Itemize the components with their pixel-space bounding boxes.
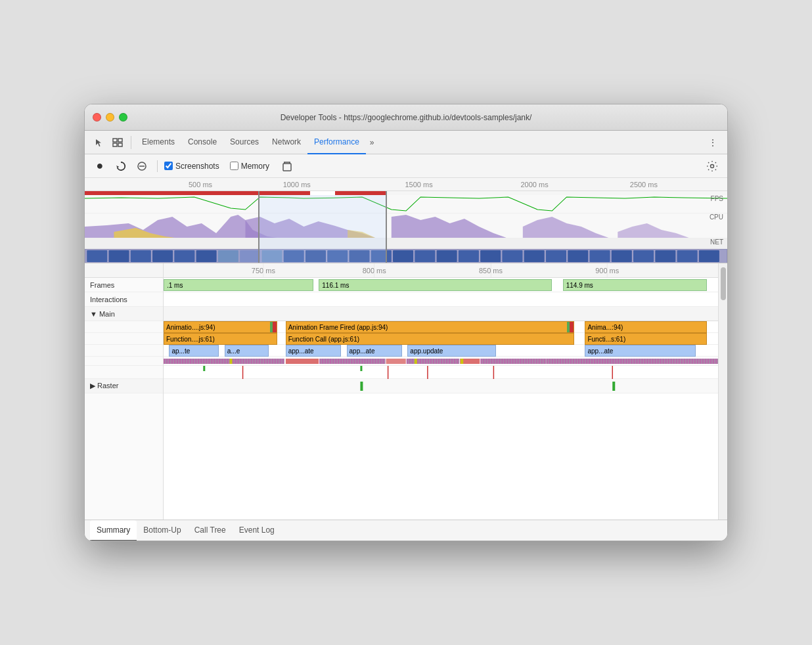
svg-rect-25 (218, 250, 238, 262)
inspect-icon[interactable] (108, 133, 127, 152)
svg-marker-15 (392, 215, 508, 238)
tab-bottom-up[interactable]: Bottom-Up (137, 520, 187, 541)
svg-rect-2 (113, 143, 117, 146)
screenshots-checkbox[interactable] (164, 162, 173, 170)
overview-ruler: 500 ms 1000 ms 1500 ms 2000 ms 2500 ms (85, 178, 727, 191)
scrollbar[interactable] (718, 263, 727, 520)
record-button[interactable]: ● (91, 158, 108, 175)
tab-call-tree[interactable]: Call Tree (188, 520, 233, 541)
svg-rect-41 (568, 250, 588, 262)
devtools-window: Developer Tools - https://googlechrome.g… (84, 104, 728, 541)
svg-rect-47 (699, 250, 719, 262)
svg-rect-54 (319, 359, 385, 364)
detail-ruler: 750 ms 800 ms 850 ms 900 ms (164, 263, 718, 278)
svg-rect-58 (480, 359, 546, 364)
frames-label: Frames (85, 278, 163, 292)
flame-block-update-2[interactable]: a...e (225, 345, 269, 357)
screenshots-label[interactable]: Screenshots (175, 162, 219, 171)
bottom-tabs: Summary Bottom-Up Call Tree Event Log (85, 520, 727, 541)
flame-block-func-2[interactable]: Function Call (app.js:61) (286, 333, 574, 345)
tab-divider-1 (131, 136, 131, 149)
interactions-row (164, 292, 718, 307)
svg-rect-45 (655, 250, 675, 262)
tab-console[interactable]: Console (181, 131, 223, 154)
svg-rect-23 (174, 250, 194, 262)
svg-marker-16 (523, 217, 610, 238)
memory-checkbox[interactable] (230, 162, 238, 170)
timeline-overview[interactable]: 500 ms 1000 ms 1500 ms 2000 ms 2500 ms F… (85, 178, 727, 263)
svg-rect-43 (612, 250, 632, 262)
memory-label[interactable]: Memory (241, 162, 269, 171)
svg-rect-59 (547, 359, 718, 364)
flame-block-anim-1[interactable]: Animatio....js:94) (164, 321, 277, 333)
svg-rect-73 (612, 382, 615, 391)
clear-button[interactable] (133, 158, 150, 175)
svg-rect-26 (240, 250, 260, 262)
svg-rect-40 (546, 250, 566, 262)
close-button[interactable] (93, 113, 101, 122)
svg-rect-21 (131, 250, 151, 262)
pointer-icon[interactable] (90, 133, 108, 152)
flame-block-update-6[interactable]: app...ate (585, 345, 696, 357)
window-title: Developer Tools - https://googlechrome.g… (281, 113, 532, 122)
svg-rect-44 (633, 250, 654, 262)
trash-button[interactable] (279, 158, 296, 175)
raster-label[interactable]: ▶ Raster (85, 379, 163, 393)
scroll-thumb[interactable] (721, 267, 726, 300)
svg-rect-0 (113, 139, 117, 142)
flame-block-update-1[interactable]: ap...te (169, 345, 219, 357)
reload-record-button[interactable] (112, 158, 129, 175)
svg-rect-1 (118, 139, 122, 142)
ruler-mark-2000: 2000 ms (520, 181, 548, 189)
svg-rect-71 (360, 366, 362, 371)
flame-block-func-3[interactable]: Functi...s:61) (585, 333, 707, 345)
tab-summary[interactable]: Summary (90, 520, 137, 541)
svg-rect-35 (437, 250, 457, 262)
flame-block-func-1[interactable]: Function....js:61) (164, 333, 277, 345)
cpu-label: CPU (710, 213, 723, 221)
tab-performance[interactable]: Performance (307, 131, 366, 154)
ruler-mark-500: 500 ms (189, 181, 212, 189)
flame-row-animation: Animatio....js:94) Animation Frame Fired… (164, 321, 718, 333)
svg-rect-42 (589, 250, 610, 262)
svg-rect-61 (415, 359, 417, 364)
tab-sources[interactable]: Sources (223, 131, 265, 154)
maximize-button[interactable] (119, 113, 127, 122)
svg-rect-34 (415, 250, 435, 262)
flame-row-label-2 (85, 333, 163, 345)
svg-rect-60 (229, 359, 232, 364)
frame-block-3: 114.9 ms (563, 279, 707, 291)
svg-rect-39 (524, 250, 545, 262)
frame-block-2: 116.1 ms (319, 279, 551, 291)
title-bar: Developer Tools - https://googlechrome.g… (85, 104, 727, 131)
frame-block-1: .1 ms (164, 279, 313, 291)
flame-block-anim-2[interactable]: Animation Frame Fired (app.js:94) (286, 321, 574, 333)
tab-event-log[interactable]: Event Log (233, 520, 281, 541)
svg-rect-29 (305, 250, 326, 262)
screenshots-checkbox-group: Screenshots (164, 162, 219, 171)
main-section-header (164, 307, 718, 321)
flame-block-update-4[interactable]: app...ate (347, 345, 402, 357)
flame-block-update-5[interactable]: app.update (407, 345, 496, 357)
main-label[interactable]: ▼ Main (85, 307, 163, 321)
tab-more-button[interactable]: » (366, 138, 378, 147)
tab-elements[interactable]: Elements (135, 131, 181, 154)
tab-network[interactable]: Network (265, 131, 307, 154)
settings-button[interactable] (704, 158, 721, 175)
flame-row-function: Function....js:61) Function Call (app.js… (164, 333, 718, 345)
svg-rect-37 (480, 250, 501, 262)
memory-checkbox-group: Memory (230, 162, 269, 171)
svg-rect-20 (108, 250, 129, 262)
detail-ruler-900: 900 ms (595, 267, 619, 275)
devtools-menu-icon[interactable]: ⋮ (704, 133, 722, 152)
flame-chart-tracks: 750 ms 800 ms 850 ms 900 ms .1 ms (164, 263, 718, 520)
svg-rect-53 (286, 359, 319, 364)
svg-rect-28 (284, 250, 304, 262)
raster-row (164, 379, 718, 393)
ruler-mark-2500: 2500 ms (630, 181, 658, 189)
traffic-lights (93, 113, 127, 122)
minimize-button[interactable] (106, 113, 114, 122)
flame-block-update-3[interactable]: app...ate (286, 345, 341, 357)
svg-rect-30 (327, 250, 348, 262)
flame-block-anim-3[interactable]: Anima...:94) (585, 321, 707, 333)
